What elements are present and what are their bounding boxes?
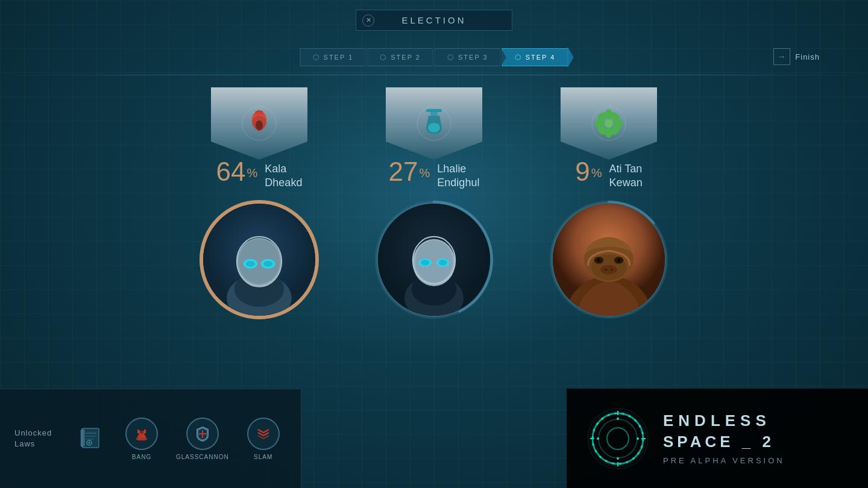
candidate2-portrait-container — [371, 196, 497, 325]
candidate1-percent: 64 — [216, 157, 246, 186]
svg-point-40 — [605, 119, 613, 128]
laws-scroll-icon — [80, 425, 101, 452]
svg-point-71 — [599, 419, 637, 458]
svg-rect-61 — [137, 430, 139, 433]
svg-point-79 — [597, 437, 599, 440]
step-1[interactable]: ⬡ STEP 1 — [300, 48, 366, 66]
finish-arrow-icon: → — [773, 48, 790, 65]
candidate1-faction-banner — [211, 87, 307, 160]
svg-rect-64 — [136, 438, 147, 440]
svg-point-17 — [428, 123, 440, 133]
scroll-icon-svg — [80, 425, 101, 450]
svg-point-77 — [617, 418, 619, 420]
svg-point-49 — [617, 258, 621, 262]
step1-icon: ⬡ — [313, 53, 320, 61]
svg-point-63 — [140, 430, 143, 434]
candidate3-info: 9% Ati Tan Kewan — [575, 158, 642, 190]
step-2[interactable]: ⬡ STEP 2 — [367, 48, 433, 66]
svg-point-12 — [263, 261, 273, 267]
svg-rect-62 — [144, 430, 146, 433]
candidate-1: 64% Kala Dheakd — [172, 87, 347, 325]
logo-space2: SPACE _ 2 — [663, 433, 785, 451]
laws-icons-container: BANG GLASSCANNON — [125, 418, 280, 460]
dialog-title: ELECTION — [401, 15, 466, 25]
logo-pre-alpha: PRE ALPHA VERSION — [663, 456, 785, 465]
faction1-icon — [238, 102, 280, 145]
law-glasscannon-label: GLASSCANNON — [176, 454, 229, 460]
candidate-3: 9% Ati Tan Kewan — [521, 87, 696, 325]
unlocked-laws-panel: Unlocked Laws — [0, 389, 301, 488]
candidate3-portrait — [553, 204, 665, 316]
step-4[interactable]: ⬡ STEP 4 — [502, 48, 568, 66]
law-slam-icon — [247, 418, 280, 450]
law-slam: SLAM — [247, 418, 280, 460]
candidate2-percent-block: 27% — [389, 158, 430, 185]
candidate1-info: 64% Kala Dheakd — [216, 158, 303, 190]
svg-point-11 — [245, 261, 255, 267]
svg-point-52 — [611, 268, 613, 271]
svg-point-78 — [617, 457, 619, 460]
step2-icon: ⬡ — [380, 53, 387, 61]
logo-ring — [585, 405, 651, 472]
candidate-2: 27% Lhalie Endighul — [347, 87, 521, 325]
unlocked-laws-label: Unlocked Laws — [14, 428, 63, 449]
svg-rect-16 — [426, 109, 442, 112]
svg-point-72 — [607, 428, 629, 449]
candidate2-portrait — [378, 204, 490, 316]
step4-icon: ⬡ — [515, 53, 522, 61]
logo-text: ENDLESS SPACE _ 2 PRE ALPHA VERSION — [663, 411, 785, 465]
logo-panel: ENDLESS SPACE _ 2 PRE ALPHA VERSION — [567, 389, 868, 488]
header-divider — [0, 75, 868, 75]
candidate1-portrait-container — [196, 196, 322, 325]
law-bang-label: BANG — [132, 454, 151, 460]
svg-point-50 — [600, 265, 617, 275]
svg-point-48 — [597, 258, 600, 262]
candidate3-percent: 9 — [575, 157, 590, 186]
step3-icon: ⬡ — [447, 53, 454, 61]
svg-point-1 — [256, 120, 263, 130]
svg-point-27 — [421, 260, 429, 266]
close-button[interactable]: ✕ — [362, 14, 374, 27]
finish-button[interactable]: → Finish — [773, 48, 820, 65]
law-slam-label: SLAM — [254, 454, 272, 460]
candidates-container: 64% Kala Dheakd — [0, 87, 868, 325]
title-bar: ✕ ELECTION — [356, 10, 512, 31]
candidate3-percent-block: 9% — [575, 158, 602, 185]
faction3-icon — [588, 102, 630, 145]
candidate1-name: Kala Dheakd — [265, 158, 302, 190]
candidate2-info: 27% Lhalie Endighul — [389, 158, 480, 190]
faction2-icon — [413, 102, 455, 145]
step-3[interactable]: ⬡ STEP 3 — [435, 48, 501, 66]
candidate1-percent-block: 64% — [216, 158, 258, 185]
candidate1-portrait — [203, 204, 315, 316]
svg-point-28 — [439, 260, 447, 266]
svg-point-80 — [637, 437, 639, 440]
candidate2-name: Lhalie Endighul — [437, 158, 479, 190]
law-glasscannon-icon — [186, 418, 219, 450]
candidate3-faction-banner — [561, 87, 657, 160]
law-glasscannon: GLASSCANNON — [176, 418, 229, 460]
candidate2-percent: 27 — [389, 157, 418, 186]
candidate3-name: Ati Tan Kewan — [609, 158, 643, 190]
steps-bar: ⬡ STEP 1 ⬡ STEP 2 ⬡ STEP 3 ⬡ STEP 4 — [300, 48, 568, 66]
svg-rect-54 — [81, 430, 84, 446]
logo-endless: ENDLESS — [663, 411, 785, 430]
law-bang: BANG — [125, 418, 158, 460]
law-bang-icon — [125, 418, 158, 450]
candidate3-portrait-container — [546, 196, 672, 325]
svg-point-51 — [605, 268, 607, 271]
candidate2-faction-banner — [386, 87, 482, 160]
